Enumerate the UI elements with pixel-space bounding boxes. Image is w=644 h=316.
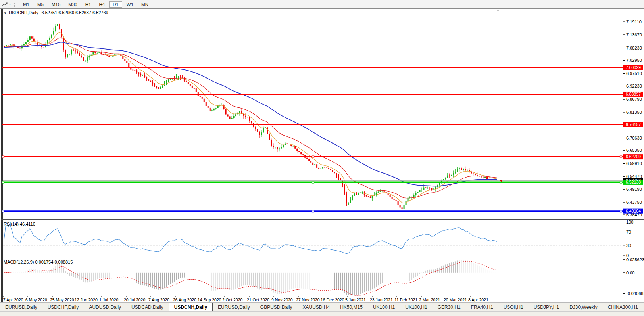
price-tag-6.40104: 6.40104 xyxy=(623,209,643,214)
pane-separator[interactable] xyxy=(1,220,644,220)
tab-eurusd-daily[interactable]: EURUSD,Daily xyxy=(0,303,42,312)
svg-text:7.00029: 7.00029 xyxy=(626,65,641,70)
line-anchor[interactable] xyxy=(312,210,314,212)
timeframe-button-mn[interactable]: MN xyxy=(138,1,152,8)
time-axis-label: 2 Mar 2021 xyxy=(419,297,440,302)
tab-audusd-daily[interactable]: AUDUSD,Daily xyxy=(84,303,126,312)
price-axis-label: 6.81350 xyxy=(626,110,642,115)
toolbar-grip[interactable] xyxy=(14,2,16,7)
hline-6.40104[interactable] xyxy=(2,210,623,212)
tab-usdjpy-h1[interactable]: USDJPY,H1 xyxy=(529,303,564,312)
chart-symbol: USDCNH,Daily xyxy=(9,10,38,15)
line-anchor[interactable] xyxy=(2,156,4,158)
price-axis-label: 6.97510 xyxy=(626,71,642,76)
price-axis-label: 7.02950 xyxy=(626,58,642,63)
price-tag-6.62709: 6.62709 xyxy=(623,154,643,159)
window-right-border xyxy=(643,8,643,311)
timeframe-button-m1[interactable]: M1 xyxy=(19,1,33,8)
timeframe-button-w1[interactable]: W1 xyxy=(123,1,137,8)
price-tag-6.52138: 6.52138 xyxy=(623,180,643,185)
time-axis-line xyxy=(1,296,644,296)
chart-ohlc-values: 6.52751 6.52960 6.52637 6.52769 xyxy=(41,10,108,15)
svg-text:6.62709: 6.62709 xyxy=(626,154,641,159)
price-axis-label: 6.59910 xyxy=(626,161,642,166)
tab-dj30-weekly[interactable]: DJ30,Weekly xyxy=(564,303,602,312)
rsi-axis-label: 30 xyxy=(626,243,631,248)
line-anchor[interactable] xyxy=(312,156,314,158)
tab-usdchf-daily[interactable]: USDCHF,Daily xyxy=(42,303,84,312)
hline-6.52138[interactable] xyxy=(2,181,623,183)
tab-usoil-h1[interactable]: USOil,H1 xyxy=(498,303,529,312)
line-anchor[interactable] xyxy=(2,210,4,212)
line-anchor[interactable] xyxy=(620,156,622,158)
tab-eurusd-daily[interactable]: EURUSD,Daily xyxy=(213,303,255,312)
timeframe-button-m5[interactable]: M5 xyxy=(34,1,47,8)
time-axis-label: 17 Apr 2020 xyxy=(1,297,23,302)
timeframe-button-h1[interactable]: H1 xyxy=(82,1,95,8)
time-axis-label: 20 Jul 2020 xyxy=(124,297,145,302)
price-tag-6.76157: 6.76157 xyxy=(623,122,643,127)
status-bar xyxy=(0,311,644,316)
pane-separator[interactable] xyxy=(1,219,644,220)
svg-text:6.40104: 6.40104 xyxy=(626,209,641,213)
price-axis-label: 6.70630 xyxy=(626,136,642,140)
chart-canvas[interactable]: 7.191107.136707.082307.029506.975106.922… xyxy=(0,0,644,316)
rsi-axis-label: 70 xyxy=(626,230,631,234)
line-anchor[interactable] xyxy=(620,181,622,183)
collapse-triangle-icon[interactable]: ▼ xyxy=(4,11,7,15)
timeframe-button-m15[interactable]: M15 xyxy=(48,1,64,8)
price-axis-label: 7.08230 xyxy=(626,46,642,50)
time-axis-label: 1 Jul 2020 xyxy=(99,297,119,302)
time-axis-label: 25 May 2020 xyxy=(50,297,74,302)
timeframe-button-m30[interactable]: M30 xyxy=(65,1,81,8)
timeframe-button-h4[interactable]: H4 xyxy=(95,1,108,8)
tab-uk100-h1[interactable]: UK100,H1 xyxy=(400,303,432,312)
chevron-down-icon[interactable]: ▾ xyxy=(9,2,11,6)
chart-tabs: EURUSD,DailyUSDCHF,DailyAUDUSD,DailyUSDC… xyxy=(0,302,644,312)
tab-gbpusd-daily[interactable]: GBPUSD,Daily xyxy=(255,303,298,312)
macd-axis-label: 0.00 xyxy=(626,270,634,275)
price-axis-label: 6.92230 xyxy=(626,84,642,88)
price-axis-label: 7.13670 xyxy=(626,33,642,37)
macd-label: MACD(12,26,9) 0.001754 0.008815 xyxy=(4,260,73,264)
svg-text:6.76157: 6.76157 xyxy=(626,122,641,127)
toolbar: ▾ M1M5M15M30H1H4D1W1MN xyxy=(0,0,644,9)
tab-uk100-h1[interactable]: UK100,H1 xyxy=(368,303,400,312)
price-tag-7.00029: 7.00029 xyxy=(623,65,643,70)
pane-separator[interactable] xyxy=(1,258,644,258)
tab-china300-h1[interactable]: CHINA300,H1 xyxy=(603,303,643,312)
mt4-window: ▾ M1M5M15M30H1H4D1W1MN 7.191107.136707.0… xyxy=(0,0,644,316)
price-axis-label: 6.43750 xyxy=(626,200,642,205)
time-axis-label: 16 Dec 2020 xyxy=(321,297,344,302)
time-axis-label: 6 May 2020 xyxy=(25,297,47,302)
tab-hk50-m15[interactable]: HK50,M15 xyxy=(335,303,368,312)
price-axis-label: 6.65350 xyxy=(626,148,642,153)
cursor-tool-icon[interactable] xyxy=(1,1,9,8)
tab-ger30-h1[interactable]: GER30,H1 xyxy=(433,303,466,312)
time-axis-label: 20 Mar 2021 xyxy=(444,297,467,302)
chart-title: ▼USDCNH,Daily6.52751 6.52960 6.52637 6.5… xyxy=(4,10,108,15)
tab-fra40-h1[interactable]: FRA40,H1 xyxy=(466,303,498,312)
rsi-label: RSI(14) 46.4110 xyxy=(4,222,35,226)
time-axis-label: 2 Oct 2020 xyxy=(222,297,243,302)
pane-separator[interactable] xyxy=(1,257,644,257)
toolbar-separator xyxy=(156,1,156,8)
macd-axis-label: 0.025623 xyxy=(626,257,644,262)
time-axis-label: 8 Apr 2021 xyxy=(468,297,488,302)
line-anchor[interactable] xyxy=(2,181,4,183)
price-axis-label: 6.49190 xyxy=(626,187,642,192)
time-axis-label: 5 Jan 2021 xyxy=(345,297,366,302)
svg-text:6.52138: 6.52138 xyxy=(626,180,641,184)
line-anchor[interactable] xyxy=(312,181,314,183)
tab-usdcnh-daily[interactable]: USDCNH,Daily xyxy=(169,303,213,312)
time-axis-label: 26 Aug 2020 xyxy=(173,297,196,302)
price-axis-label: 7.19110 xyxy=(626,19,642,24)
line-anchor[interactable] xyxy=(620,210,622,212)
time-axis-label: 7 Aug 2020 xyxy=(148,297,169,302)
tab-xauusd-h4[interactable]: XAUUSD,H4 xyxy=(297,303,335,312)
tab-usdcad-daily[interactable]: USDCAD,Daily xyxy=(126,303,169,312)
time-axis-label: 27 Nov 2020 xyxy=(296,297,320,302)
timeframe-button-d1[interactable]: D1 xyxy=(109,1,122,8)
price-tag-6.88897: 6.88897 xyxy=(623,92,643,97)
timeframe-buttons: M1M5M15M30H1H4D1W1MN xyxy=(19,1,152,8)
